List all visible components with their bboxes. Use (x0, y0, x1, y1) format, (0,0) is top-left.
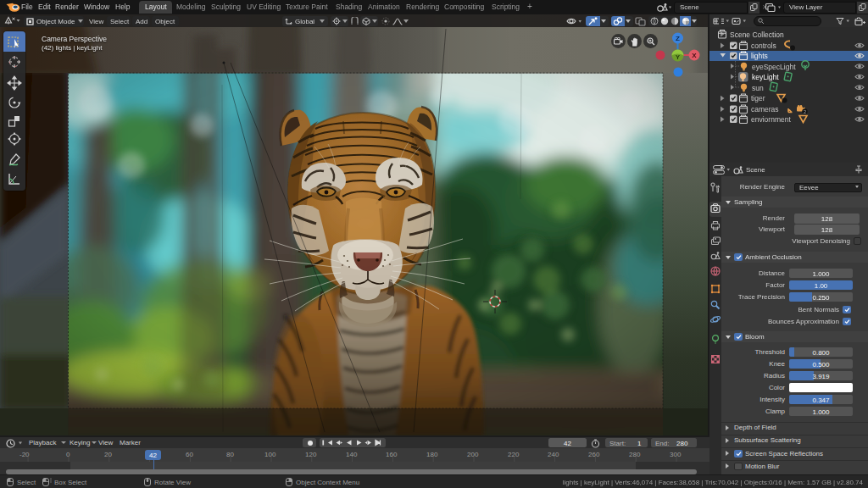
svg-text:2: 2 (804, 109, 806, 114)
svg-text:Y: Y (676, 53, 680, 61)
svg-text:Z: Z (676, 35, 680, 42)
svg-text:X: X (692, 52, 697, 59)
